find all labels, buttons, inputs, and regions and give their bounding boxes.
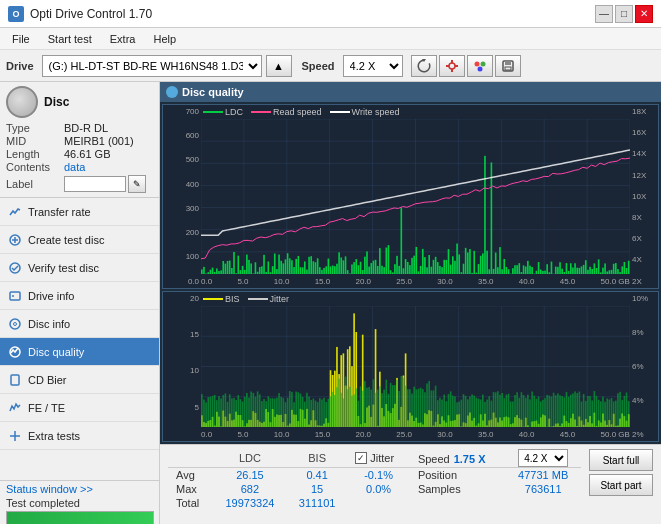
sidebar-item-drive-info[interactable]: Drive info: [0, 282, 159, 310]
ldc-chart: LDC Read speed Write speed 7006005004003…: [162, 104, 659, 289]
sidebar-item-cd-bier[interactable]: CD Bier: [0, 366, 159, 394]
main-content: Disc Type BD-R DL MID MEIRB1 (001) Lengt…: [0, 82, 661, 524]
col-header-speed-select: 4.2 X: [505, 449, 581, 468]
stats-panel: LDC BIS ✓ Jitter: [160, 444, 661, 524]
sidebar-item-transfer-rate[interactable]: Transfer rate: [0, 198, 159, 226]
color-button[interactable]: [467, 55, 493, 77]
svg-point-19: [14, 322, 17, 325]
svg-rect-3: [451, 69, 453, 72]
svg-point-6: [474, 61, 479, 66]
contents-key: Contents: [6, 161, 64, 173]
length-val: 46.61 GB: [64, 148, 110, 160]
sidebar: Disc Type BD-R DL MID MEIRB1 (001) Lengt…: [0, 82, 160, 524]
create-test-disc-icon: [8, 233, 22, 247]
col-header-jitter-check: ✓ Jitter: [347, 449, 410, 468]
jitter-checkbox-label: Jitter: [370, 452, 394, 464]
app-icon: O: [8, 6, 24, 22]
read-speed-legend-label: Read speed: [273, 107, 322, 117]
mid-key: MID: [6, 135, 64, 147]
label-edit-button[interactable]: ✎: [128, 175, 146, 193]
length-key: Length: [6, 148, 64, 160]
settings-button[interactable]: [439, 55, 465, 77]
stats-table: LDC BIS ✓ Jitter: [168, 449, 581, 510]
svg-rect-11: [505, 67, 511, 70]
nav-label-extra-tests: Extra tests: [28, 430, 80, 442]
minimize-button[interactable]: —: [595, 5, 613, 23]
drive-select[interactable]: (G:) HL-DT-ST BD-RE WH16NS48 1.D3: [42, 55, 262, 77]
position-label: Position: [410, 468, 506, 483]
bottom-chart-legend: BIS Jitter: [203, 294, 289, 304]
svg-point-7: [480, 61, 485, 66]
panel-icon: [166, 86, 178, 98]
menu-extra[interactable]: Extra: [102, 31, 144, 47]
start-buttons: Start full Start part: [589, 449, 653, 496]
nav-label-cd-bier: CD Bier: [28, 374, 67, 386]
write-speed-legend-dot: [330, 111, 350, 113]
max-label: Max: [168, 482, 213, 496]
write-speed-legend: Write speed: [330, 107, 400, 117]
bis-legend: BIS: [203, 294, 240, 304]
disc-label-input[interactable]: [64, 176, 126, 192]
panel-titlebar: Disc quality: [160, 82, 661, 102]
top-chart-y-right: 18X16X14X12X10X8X6X4X2X: [630, 105, 658, 288]
stats-max-row: Max 682 15 0.0% Samples 763611: [168, 482, 581, 496]
speed-label: Speed: [418, 453, 450, 465]
svg-rect-5: [455, 65, 458, 67]
svg-rect-4: [446, 65, 449, 67]
top-chart-legend: LDC Read speed Write speed: [203, 107, 399, 117]
bottom-chart-canvas: [201, 306, 630, 427]
verify-test-disc-icon: [8, 261, 22, 275]
sidebar-item-disc-quality[interactable]: Disc quality: [0, 338, 159, 366]
svg-point-1: [449, 63, 455, 69]
ldc-legend-dot: [203, 111, 223, 113]
total-bis: 311101: [287, 496, 347, 510]
speed-val: 1.75 X: [454, 453, 486, 465]
samples-label: Samples: [410, 482, 506, 496]
total-label: Total: [168, 496, 213, 510]
stats-speed-select[interactable]: 4.2 X: [518, 449, 568, 467]
panel-title: Disc quality: [182, 86, 244, 98]
top-chart-inner: [201, 119, 630, 274]
extra-tests-icon: [8, 429, 22, 443]
svg-rect-21: [11, 375, 19, 385]
top-chart-canvas: [201, 119, 630, 274]
save-button[interactable]: [495, 55, 521, 77]
stats-avg-row: Avg 26.15 0.41 -0.1% Position 47731 MB: [168, 468, 581, 483]
bis-chart: BIS Jitter 2015105 10%8%6%4%2%: [162, 291, 659, 442]
avg-label: Avg: [168, 468, 213, 483]
top-chart-y-left: 7006005004003002001000.0: [163, 105, 201, 288]
total-ldc: 19973324: [213, 496, 287, 510]
sidebar-item-disc-info[interactable]: Disc info: [0, 310, 159, 338]
speed-select[interactable]: 4.2 X: [343, 55, 403, 77]
maximize-button[interactable]: □: [615, 5, 633, 23]
svg-rect-2: [451, 60, 453, 63]
svg-point-17: [12, 295, 14, 297]
right-panel: Disc quality LDC Read speed Write sp: [160, 82, 661, 524]
menu-start-test[interactable]: Start test: [40, 31, 100, 47]
start-full-button[interactable]: Start full: [589, 449, 653, 471]
menu-help[interactable]: Help: [145, 31, 184, 47]
menu-file[interactable]: File: [4, 31, 38, 47]
sidebar-item-create-test-disc[interactable]: Create test disc: [0, 226, 159, 254]
eject-button[interactable]: ▲: [266, 55, 292, 77]
toolbar-actions: [411, 55, 521, 77]
start-part-button[interactable]: Start part: [589, 474, 653, 496]
refresh-button[interactable]: [411, 55, 437, 77]
write-speed-legend-label: Write speed: [352, 107, 400, 117]
read-speed-legend-dot: [251, 111, 271, 113]
top-chart-x-axis: 0.05.010.015.020.025.030.035.040.045.050…: [201, 277, 630, 286]
avg-ldc: 26.15: [213, 468, 287, 483]
svg-rect-10: [505, 61, 511, 65]
cd-bier-icon: [8, 373, 22, 387]
jitter-checkbox[interactable]: ✓ Jitter: [355, 452, 402, 464]
close-button[interactable]: ✕: [635, 5, 653, 23]
status-window-link[interactable]: Status window >>: [6, 483, 153, 495]
sidebar-item-extra-tests[interactable]: Extra tests: [0, 422, 159, 450]
jitter-legend-label: Jitter: [270, 294, 290, 304]
stats-area: LDC BIS ✓ Jitter: [168, 449, 653, 510]
sidebar-item-fe-te[interactable]: FE / TE: [0, 394, 159, 422]
disc-panel: Disc Type BD-R DL MID MEIRB1 (001) Lengt…: [0, 82, 159, 198]
jitter-checkbox-box[interactable]: ✓: [355, 452, 367, 464]
sidebar-item-verify-test-disc[interactable]: Verify test disc: [0, 254, 159, 282]
stats-total-row: Total 19973324 311101: [168, 496, 581, 510]
